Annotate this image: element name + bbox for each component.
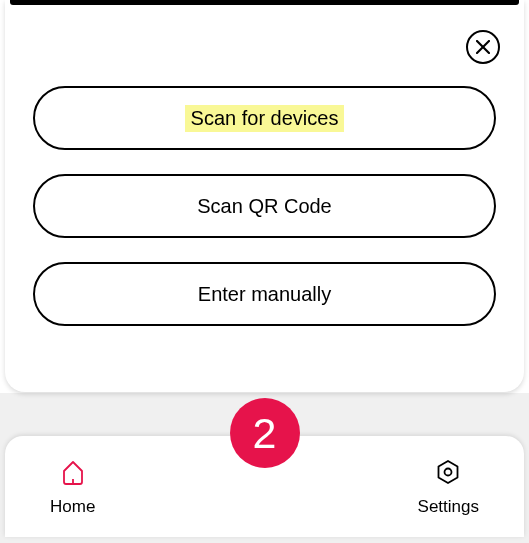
- svg-marker-3: [439, 461, 458, 483]
- option-label: Enter manually: [198, 283, 331, 306]
- nav-label: Home: [50, 497, 95, 517]
- enter-manually-button[interactable]: Enter manually: [33, 262, 496, 326]
- option-label: Scan for devices: [185, 105, 345, 132]
- option-label: Scan QR Code: [197, 195, 332, 218]
- scan-devices-button[interactable]: Scan for devices: [33, 86, 496, 150]
- badge-count: 2: [253, 409, 277, 458]
- scan-qr-button[interactable]: Scan QR Code: [33, 174, 496, 238]
- nav-label: Settings: [418, 497, 479, 517]
- close-icon: [476, 40, 490, 54]
- home-icon: [58, 457, 88, 491]
- svg-point-4: [445, 468, 452, 475]
- nav-home[interactable]: Home: [50, 457, 95, 517]
- nav-settings[interactable]: Settings: [418, 457, 479, 517]
- close-button[interactable]: [466, 30, 500, 64]
- add-device-modal: Scan for devices Scan QR Code Enter manu…: [5, 0, 524, 392]
- gear-icon: [433, 457, 463, 491]
- options-list: Scan for devices Scan QR Code Enter manu…: [5, 0, 524, 326]
- notification-badge[interactable]: 2: [230, 398, 300, 468]
- device-notch: [10, 0, 519, 5]
